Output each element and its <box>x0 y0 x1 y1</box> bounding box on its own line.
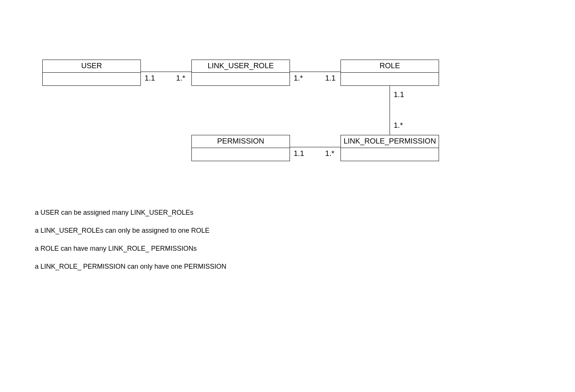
description-3: a ROLE can have many LINK_ROLE_ PERMISSI… <box>35 244 197 253</box>
description-1: a USER can be assigned many LINK_USER_RO… <box>35 208 193 217</box>
cardinality-user-side: 1.1 <box>145 74 155 82</box>
connector-user-to-link-user-role <box>141 72 191 72</box>
entity-link-role-permission-body <box>341 148 439 161</box>
entity-permission-title: PERMISSION <box>192 135 290 148</box>
entity-permission: PERMISSION <box>191 135 290 161</box>
description-2: a LINK_USER_ROLEs can only be assigned t… <box>35 226 209 235</box>
entity-link-user-role-body <box>192 73 290 85</box>
cardinality-role-left-side: 1.1 <box>325 74 336 82</box>
description-4: a LINK_ROLE_ PERMISSION can only have on… <box>35 262 226 271</box>
entity-link-user-role-title: LINK_USER_ROLE <box>192 60 290 73</box>
entity-user-title: USER <box>43 60 140 73</box>
cardinality-link-user-role-right-side: 1.* <box>294 74 303 82</box>
entity-permission-body <box>192 148 290 161</box>
cardinality-link-role-permission-left-side: 1.* <box>325 149 334 158</box>
entity-role-title: ROLE <box>341 60 439 73</box>
cardinality-link-user-role-left-side: 1.* <box>176 74 185 82</box>
connector-link-user-role-to-role <box>290 72 341 72</box>
connector-permission-to-link-role-permission <box>290 147 341 147</box>
cardinality-link-role-permission-top-side: 1.* <box>394 121 403 130</box>
cardinality-permission-side: 1.1 <box>294 149 304 158</box>
entity-link-role-permission-title: LINK_ROLE_PERMISSION <box>341 135 439 148</box>
entity-user: USER <box>42 60 141 86</box>
entity-link-user-role: LINK_USER_ROLE <box>191 60 290 86</box>
entity-role: ROLE <box>341 60 439 86</box>
connector-role-to-link-role-permission <box>390 86 390 135</box>
cardinality-role-bottom-side: 1.1 <box>394 90 404 99</box>
entity-link-role-permission: LINK_ROLE_PERMISSION <box>341 135 439 161</box>
diagram-canvas: USER LINK_USER_ROLE ROLE PERMISSION LINK… <box>0 0 575 392</box>
entity-role-body <box>341 73 439 85</box>
entity-user-body <box>43 73 140 85</box>
